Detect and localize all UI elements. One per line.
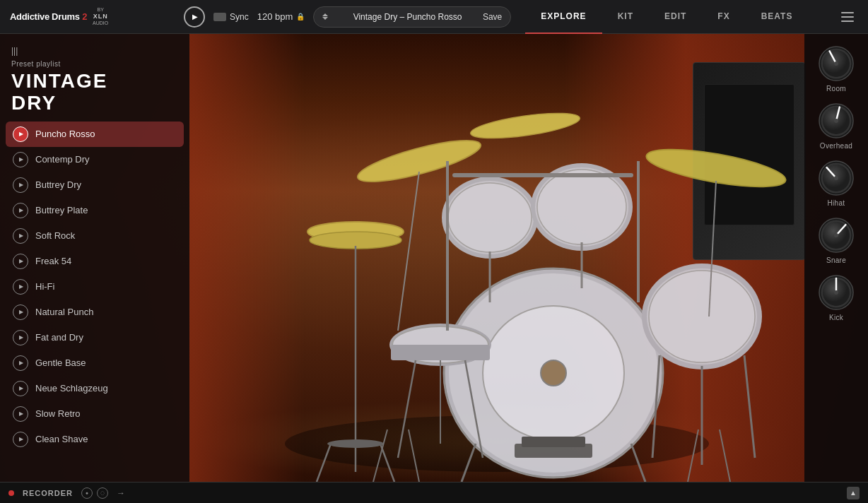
arrow-icon[interactable]: → (117, 488, 125, 498)
playlist-list: Puncho Rosso Contemp Dry Buttrey Dry But… (0, 122, 189, 482)
playlist-item-11[interactable]: Neue Schlagzeug (6, 376, 184, 401)
record-icon-1[interactable]: ● (81, 487, 93, 499)
playlist-item-13[interactable]: Clean Shave (6, 427, 184, 452)
playlist-item-1[interactable]: Puncho Rosso (6, 122, 184, 147)
app-title: Addictive Drums 2 (10, 11, 87, 22)
playlist-item-8[interactable]: Natural Punch (6, 300, 184, 325)
knob-section-overhead: Overhead (818, 98, 855, 154)
play-circle-6 (13, 254, 28, 269)
play-circle-8 (13, 304, 28, 320)
playlist-item-10[interactable]: Gentle Base (6, 350, 184, 376)
knob-label-snare: Snare (826, 256, 846, 264)
tab-fx[interactable]: FX (702, 0, 745, 34)
playlist-item-label-9: Fat and Dry (35, 332, 83, 343)
playlist-item-label-13: Clean Shave (35, 434, 88, 444)
play-circle-3 (13, 177, 28, 193)
playlist-title-line1: VINTAGE (11, 70, 107, 92)
playlist-item-2[interactable]: Contemp Dry (6, 147, 184, 172)
play-circle-12 (13, 406, 28, 422)
menu-button[interactable] (835, 6, 860, 28)
bpm-value: 120 bpm (257, 11, 293, 22)
knob-label-room: Room (826, 85, 846, 93)
knob-section-hihat: Hihat (818, 155, 855, 211)
knob-room[interactable] (818, 45, 855, 82)
playlist-item-4[interactable]: Buttrey Plate (6, 198, 184, 223)
svg-line-35 (398, 172, 419, 331)
playlist-item-6[interactable]: Freak 54 (6, 249, 184, 274)
sidebar: ||| Preset playlist VINTAGE DRY Puncho R… (0, 34, 189, 482)
bpm-display: 120 bpm 🔒 (257, 11, 305, 22)
drum-kit-area (189, 34, 804, 482)
recorder-dot (8, 490, 14, 496)
knob-label-hihat: Hihat (828, 199, 845, 207)
svg-rect-16 (391, 345, 490, 360)
playlist-item-label-3: Buttrey Dry (35, 179, 81, 190)
knob-snare[interactable] (818, 217, 855, 254)
knob-kick[interactable] (818, 274, 855, 311)
right-panel: Room Overhead (804, 34, 868, 482)
tab-beats[interactable]: BEATS (746, 0, 809, 34)
play-circle-2 (13, 152, 28, 167)
playlist-item-label-2: Contemp Dry (35, 154, 90, 165)
expand-button[interactable]: ▲ (847, 487, 860, 499)
brand-by: BY (93, 7, 108, 13)
playlist-item-7[interactable]: Hi-Fi (6, 274, 184, 300)
logo-area: Addictive Drums 2 BY XLN AUDIO (0, 7, 175, 27)
topbar: Addictive Drums 2 BY XLN AUDIO Sync 120 … (0, 0, 868, 34)
playlist-item-12[interactable]: Slow Retro (6, 401, 184, 427)
playlist-item-9[interactable]: Fat and Dry (6, 325, 184, 350)
hamburger-line-2 (841, 16, 854, 18)
play-circle-10 (13, 355, 28, 371)
play-circle-1 (13, 126, 28, 142)
svg-point-28 (448, 183, 532, 252)
svg-rect-44 (522, 437, 585, 447)
playlist-item-3[interactable]: Buttrey Dry (6, 172, 184, 198)
svg-point-52 (834, 61, 838, 66)
playlist-item-label-4: Buttrey Plate (35, 205, 88, 215)
play-circle-5 (13, 228, 28, 244)
play-button[interactable] (184, 6, 205, 28)
svg-point-42 (469, 108, 581, 143)
preset-selector[interactable]: Vintage Dry – Puncho Rosso Save (313, 6, 511, 28)
play-circle-11 (13, 381, 28, 396)
sync-button[interactable]: Sync (213, 12, 249, 22)
hamburger-line-1 (841, 12, 854, 13)
main-content: ||| Preset playlist VINTAGE DRY Puncho R… (0, 34, 868, 482)
playlist-item-label-11: Neue Schlagzeug (35, 383, 108, 393)
knob-section-room: Room (818, 41, 855, 97)
knob-section-snare: Snare (818, 213, 855, 268)
playlist-item-5[interactable]: Soft Rock (6, 223, 184, 249)
knob-section-kick: Kick (818, 270, 855, 326)
svg-point-57 (834, 119, 838, 123)
sync-icon (213, 13, 226, 21)
transport-controls: Sync 120 bpm 🔒 (175, 6, 313, 28)
recorder-label: RECORDER (23, 489, 73, 497)
tab-kit[interactable]: KIT (602, 0, 649, 34)
svg-line-41 (720, 430, 730, 482)
record-icon-2[interactable]: ◌ (97, 487, 108, 499)
playlist-title: VINTAGE DRY (11, 71, 178, 114)
svg-point-72 (834, 290, 838, 295)
tab-edit[interactable]: EDIT (649, 0, 702, 34)
brand-xln: XLN (93, 13, 108, 20)
preset-name: Vintage Dry – Puncho Rosso (353, 12, 462, 22)
save-button[interactable]: Save (483, 12, 502, 22)
app-logo: Addictive Drums 2 (10, 10, 87, 23)
lock-icon[interactable]: 🔒 (296, 13, 305, 20)
knob-overhead[interactable] (818, 102, 855, 139)
knob-hihat[interactable] (818, 160, 855, 196)
playlist-item-label-7: Hi-Fi (35, 281, 54, 292)
playlist-item-label-6: Freak 54 (35, 256, 71, 266)
brand-audio: AUDIO (93, 20, 108, 26)
tab-explore[interactable]: EXPLORE (525, 0, 602, 34)
playlist-item-label-5: Soft Rock (35, 230, 75, 241)
chevron-down-icon (322, 17, 328, 20)
preset-playlist-label: Preset playlist (11, 60, 178, 68)
brand-byline: BY XLN AUDIO (93, 7, 108, 27)
svg-line-13 (744, 355, 755, 458)
play-circle-13 (13, 432, 28, 447)
play-circle-4 (13, 203, 28, 218)
svg-point-62 (834, 176, 838, 180)
knob-label-kick: Kick (829, 314, 843, 321)
play-circle-7 (13, 279, 28, 295)
